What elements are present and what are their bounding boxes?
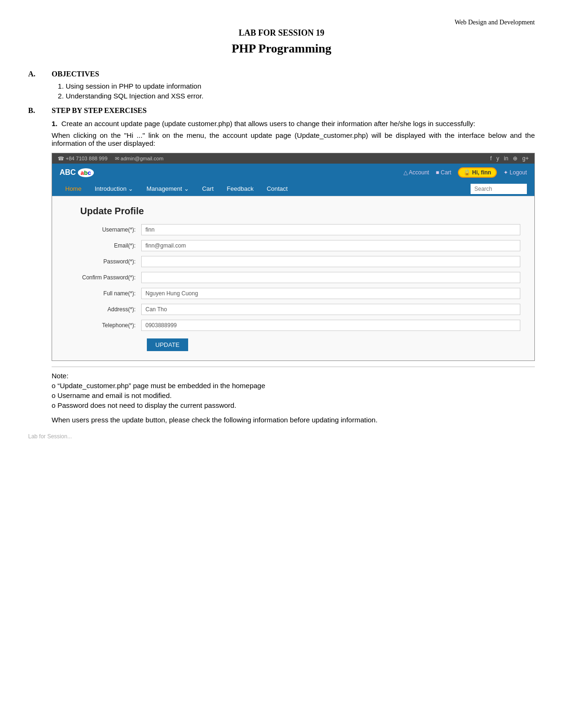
- username-label: Username(*):: [80, 226, 141, 233]
- fullname-row: Full name(*):: [80, 288, 520, 299]
- menu-home[interactable]: Home: [60, 181, 87, 196]
- telephone-input[interactable]: [141, 320, 520, 331]
- telephone-label: Telephone(*):: [80, 322, 141, 329]
- section-a-letter: A.: [28, 70, 42, 78]
- lab-title: LAB FOR SESSION 19: [28, 28, 535, 38]
- menu-management[interactable]: Management ⌄: [141, 181, 195, 196]
- linkedin-icon[interactable]: in: [504, 155, 508, 162]
- form-area: Update Profile Username(*): Email(*): Pa…: [52, 196, 534, 360]
- nav-header: ABC abc △ Account ■ Cart 🔒 Hi, finn ✦ Lo…: [52, 164, 534, 181]
- menu-contact[interactable]: Contact: [261, 181, 293, 196]
- menu-bar: Home Introduction ⌄ Management ⌄ Cart Fe…: [52, 181, 534, 196]
- address-label: Address(*):: [80, 306, 141, 313]
- note-section: Note: o “Update_customer.php” page must …: [52, 372, 535, 409]
- username-row: Username(*):: [80, 224, 520, 235]
- password-label: Password(*):: [80, 258, 141, 265]
- telephone-row: Telephone(*):: [80, 320, 520, 331]
- nav-header-right: △ Account ■ Cart 🔒 Hi, finn ✦ Logout: [403, 167, 527, 178]
- topbar-left: ☎ +84 7103 888 999 ✉ admin@gmail.com: [58, 156, 163, 162]
- note-intro: Note:: [52, 372, 535, 380]
- section-b-title: STEP BY STEP EXERCISES: [52, 106, 147, 115]
- phone-label: ☎ +84 7103 888 999: [58, 156, 107, 162]
- confirm-password-input[interactable]: [141, 272, 520, 283]
- address-row: Address(*):: [80, 304, 520, 315]
- divider: [52, 367, 535, 367]
- username-input[interactable]: [141, 224, 520, 235]
- facebook-icon[interactable]: f: [490, 155, 492, 162]
- lab-subtitle: PHP Programming: [28, 42, 535, 56]
- update-button[interactable]: UPDATE: [147, 338, 188, 351]
- logo-text: ABC: [60, 168, 76, 177]
- section-a-title: OBJECTIVES: [52, 70, 99, 78]
- hi-link[interactable]: 🔒 Hi, finn: [458, 167, 497, 178]
- note-item-2: o Username and email is not modified.: [52, 391, 535, 399]
- list-item: Understanding SQL Injection and XSS erro…: [66, 92, 535, 100]
- search-input[interactable]: [471, 184, 527, 194]
- exercise-1-intro: 1. Create an account update page (update…: [52, 120, 535, 128]
- email-row: Email(*):: [80, 240, 520, 251]
- address-input[interactable]: [141, 304, 520, 315]
- section-b-letter: B.: [28, 106, 42, 115]
- topbar: ☎ +84 7103 888 999 ✉ admin@gmail.com f y…: [52, 153, 534, 164]
- logo-abc: abc: [78, 168, 94, 177]
- confirm-password-label: Confirm Password(*):: [80, 274, 141, 281]
- objectives-list: Using session in PHP to update informati…: [66, 82, 535, 100]
- note-item-3: o Password does not need to display the …: [52, 401, 535, 409]
- confirm-password-row: Confirm Password(*):: [80, 272, 520, 283]
- course-label: Web Design and Development: [455, 19, 535, 26]
- exercise-1-text2: When clicking on the "Hi ..." link on th…: [52, 131, 535, 147]
- email-label: ✉ admin@gmail.com: [115, 156, 163, 162]
- google-icon[interactable]: ⊕: [513, 155, 517, 162]
- footer-label: Lab for Session...: [28, 433, 535, 440]
- document-header: Web Design and Development: [28, 19, 535, 26]
- menu-cart[interactable]: Cart: [197, 181, 220, 196]
- exercise-1-number: 1.: [52, 120, 58, 128]
- logo-area: ABC abc: [60, 168, 94, 177]
- twitter-icon[interactable]: y: [496, 155, 499, 162]
- gplus-icon[interactable]: g+: [522, 155, 529, 162]
- note-item-1: o “Update_customer.php” page must be emb…: [52, 382, 535, 390]
- exercise-1: 1. Create an account update page (update…: [52, 120, 535, 424]
- logo-b: c: [88, 169, 91, 176]
- password-input[interactable]: [141, 256, 520, 267]
- screenshot-mockup: ☎ +84 7103 888 999 ✉ admin@gmail.com f y…: [52, 153, 535, 361]
- topbar-right: f y in ⊕ g+: [490, 155, 529, 162]
- fullname-input[interactable]: [141, 288, 520, 299]
- bottom-text: When users press the update button, plea…: [52, 416, 535, 424]
- list-item: Using session in PHP to update informati…: [66, 82, 535, 90]
- logo-g: b: [84, 169, 88, 176]
- section-b-heading: B. STEP BY STEP EXERCISES: [28, 106, 535, 115]
- section-a-heading: A. OBJECTIVES: [28, 70, 535, 78]
- password-row: Password(*):: [80, 256, 520, 267]
- fullname-label: Full name(*):: [80, 290, 141, 297]
- form-title: Update Profile: [80, 206, 520, 217]
- logo-r: a: [81, 169, 84, 176]
- account-link[interactable]: △ Account: [403, 169, 429, 176]
- logout-link[interactable]: ✦ Logout: [503, 169, 527, 176]
- menu-introduction[interactable]: Introduction ⌄: [89, 181, 139, 196]
- email-label: Email(*):: [80, 242, 141, 249]
- exercise-1-text1: Create an account update page (update cu…: [61, 120, 475, 128]
- email-input[interactable]: [141, 240, 520, 251]
- cart-link[interactable]: ■ Cart: [436, 169, 451, 176]
- menu-feedback[interactable]: Feedback: [221, 181, 259, 196]
